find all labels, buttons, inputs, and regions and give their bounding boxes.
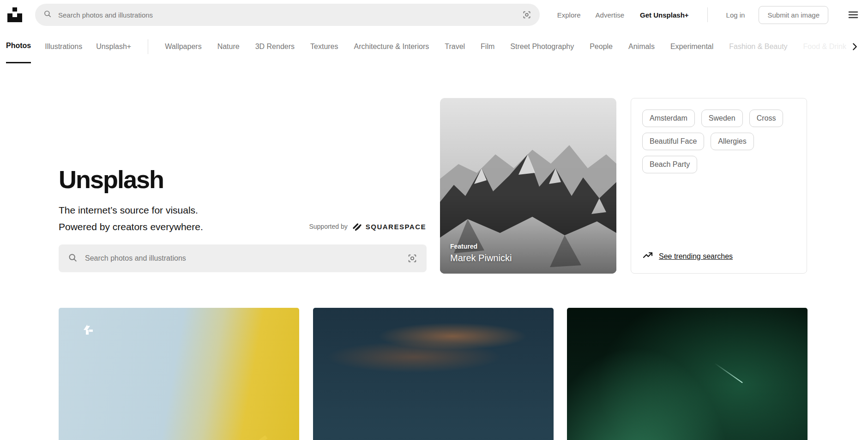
sponsor-row: Supported by SQUARESPACE (295, 221, 426, 232)
tab-photos[interactable]: Photos (6, 30, 31, 63)
trending-pill-allergies[interactable]: Allergies (711, 133, 753, 150)
category-tab-experimental[interactable]: Experimental (670, 30, 713, 63)
submit-an-image-button[interactable]: Submit an image (759, 6, 828, 24)
featured-photo-card[interactable]: Featured Marek Piwnicki (440, 98, 616, 274)
grid-photo-aurora-tree[interactable] (567, 308, 808, 440)
primary-tabs: Photos Illustrations Unsplash+ (6, 30, 131, 63)
category-list: Wallpapers Nature 3D Renders Textures Ar… (165, 30, 868, 63)
header-search-input[interactable] (57, 11, 522, 19)
category-tab-film[interactable]: Film (481, 30, 494, 63)
category-tab-architecture-interiors[interactable]: Architecture & Interiors (354, 30, 429, 63)
trending-pill-amsterdam[interactable]: Amsterdam (642, 110, 695, 127)
meteor-streak (714, 363, 743, 383)
category-tab-street-photography[interactable]: Street Photography (510, 30, 574, 63)
tab-illustrations[interactable]: Illustrations (45, 30, 82, 63)
trending-up-icon (642, 250, 653, 263)
trending-pill-beautiful-face[interactable]: Beautiful Face (642, 133, 704, 150)
squarespace-logo[interactable]: SQUARESPACE (352, 221, 426, 232)
category-tab-textures[interactable]: Textures (310, 30, 338, 63)
visual-search-icon[interactable] (407, 253, 417, 263)
page-title: Unsplash (59, 165, 163, 194)
visual-search-icon[interactable] (522, 10, 531, 19)
category-tab-travel[interactable]: Travel (445, 30, 465, 63)
chevron-right-icon[interactable] (847, 39, 862, 55)
search-icon (68, 253, 78, 264)
see-trending-searches-link[interactable]: See trending searches (659, 252, 733, 261)
nav-link-explore[interactable]: Explore (557, 11, 581, 19)
tagline-line-2: Powered by creators everywhere. (59, 220, 203, 234)
category-tab-nature[interactable]: Nature (217, 30, 240, 63)
grid-photo-palm-yellow[interactable] (59, 308, 299, 440)
squarespace-icon (352, 221, 363, 232)
sponsor-name: SQUARESPACE (366, 223, 426, 231)
category-tab-3d-renders[interactable]: 3D Renders (255, 30, 295, 63)
category-tab-food-drink[interactable]: Food & Drink (803, 30, 846, 63)
hamburger-menu-icon[interactable] (848, 9, 859, 20)
category-tab-fashion-beauty[interactable]: Fashion & Beauty (729, 30, 787, 63)
unsplash-logo-icon[interactable] (6, 6, 23, 23)
category-tab-wallpapers[interactable]: Wallpapers (165, 30, 201, 63)
unsplash-plus-badge-icon (80, 324, 94, 337)
search-icon (43, 10, 52, 20)
hero-search-bar[interactable] (59, 244, 427, 272)
nav-divider (148, 39, 148, 54)
trending-pill-beach-party[interactable]: Beach Party (642, 156, 697, 173)
category-nav: Photos Illustrations Unsplash+ Wallpaper… (0, 30, 868, 63)
unsplash-home-page: Explore Advertise Get Unsplash+ Log in S… (0, 0, 868, 440)
nav-link-advertise[interactable]: Advertise (596, 11, 625, 19)
nav-link-get-unsplash-plus[interactable]: Get Unsplash+ (640, 11, 688, 19)
trending-searches-card: Amsterdam Sweden Cross Beautiful Face Al… (631, 98, 807, 274)
palm-fronds-art (59, 432, 299, 440)
category-tab-people[interactable]: People (590, 30, 613, 63)
nav-fade-overlay (773, 59, 851, 93)
featured-badge: Featured (450, 243, 512, 250)
hero-search-input[interactable] (84, 254, 407, 263)
grid-photo-night-sky-leaf[interactable] (313, 308, 554, 440)
tab-unsplash-plus[interactable]: Unsplash+ (96, 30, 131, 63)
featured-caption: Featured Marek Piwnicki (450, 243, 512, 263)
trending-pill-sweden[interactable]: Sweden (701, 110, 743, 127)
tagline-line-1: The internet’s source for visuals. (59, 203, 198, 217)
category-tab-animals[interactable]: Animals (628, 30, 655, 63)
log-in-link[interactable]: Log in (726, 11, 745, 19)
see-trending-row: See trending searches (642, 250, 733, 263)
supported-by-label: Supported by (309, 223, 347, 230)
header-search-bar[interactable] (35, 4, 540, 26)
trending-pill-list: Amsterdam Sweden Cross Beautiful Face Al… (642, 110, 796, 173)
featured-author-link[interactable]: Marek Piwnicki (450, 253, 512, 263)
header-divider (707, 7, 708, 22)
trending-pill-cross[interactable]: Cross (749, 110, 784, 127)
header: Explore Advertise Get Unsplash+ Log in S… (0, 0, 868, 30)
